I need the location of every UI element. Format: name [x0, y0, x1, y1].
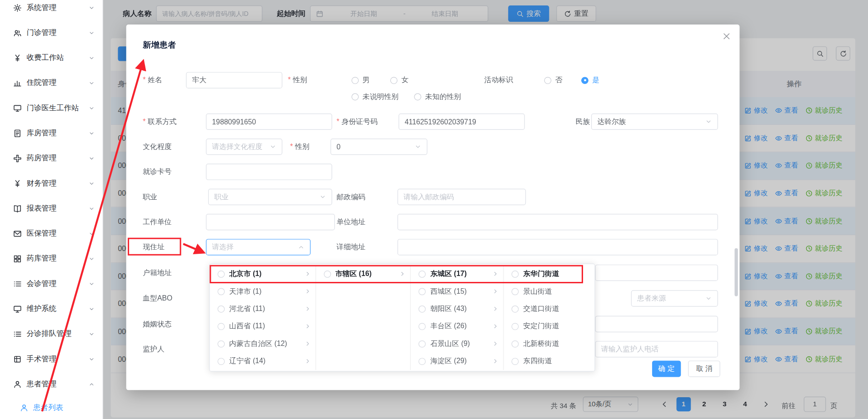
- cascader-option[interactable]: 辽宁省 (14): [210, 352, 315, 370]
- postcode-input[interactable]: 请输入邮政编码: [398, 189, 526, 205]
- cascader-option[interactable]: 丰台区 (26): [411, 317, 503, 335]
- cascader-option[interactable]: 交道口街道: [504, 300, 595, 317]
- gear-icon: [13, 4, 21, 12]
- job-label: 职业: [143, 189, 157, 205]
- chevron-down-icon: [414, 143, 421, 150]
- cascader-option[interactable]: 海淀区 (29): [411, 352, 503, 370]
- radio-icon: [218, 288, 225, 295]
- cascader-option[interactable]: 东华门街道: [504, 265, 595, 282]
- chevron-down-icon: [89, 30, 95, 35]
- radio-checked-icon: [581, 77, 589, 84]
- current-addr-cascader-select[interactable]: 请选择: [206, 239, 310, 255]
- cascader-column-1: 北京市 (1)天津市 (1)河北省 (11)山西省 (11)内蒙古自治区 (12…: [210, 265, 316, 370]
- document-icon: [13, 129, 21, 137]
- chevron-down-icon: [705, 295, 712, 301]
- sidebar: 系统管理门诊管理收费工作站住院管理门诊医生工作站库房管理药房管理财务管理报表管理…: [0, 0, 103, 419]
- radio-icon: [218, 358, 225, 365]
- contact-input[interactable]: 19880991650: [206, 113, 332, 130]
- cascader-option[interactable]: 西城区 (15): [411, 283, 503, 300]
- radio-active-yes[interactable]: 是: [581, 72, 599, 89]
- sidebar-item-0[interactable]: 系统管理: [0, 0, 102, 20]
- cascader-column-2: 市辖区 (16): [316, 265, 411, 370]
- name-input[interactable]: 牢大: [186, 72, 282, 89]
- sidebar-item-8[interactable]: 报表管理: [0, 196, 102, 221]
- radio-icon: [512, 305, 519, 312]
- job-select[interactable]: 职业: [208, 189, 332, 205]
- cascader-option[interactable]: 山西省 (11): [210, 317, 315, 335]
- sidebar-item-3[interactable]: 住院管理: [0, 70, 102, 95]
- radio-icon: [414, 93, 421, 100]
- cascader-option[interactable]: 市辖区 (16): [316, 265, 410, 282]
- cascader-option[interactable]: 天津市 (1): [210, 283, 315, 300]
- sidebar-item-1[interactable]: 门诊管理: [0, 20, 102, 45]
- users-icon: [13, 29, 21, 37]
- cascader-option[interactable]: 河北省 (11): [210, 300, 315, 317]
- employer-input[interactable]: [206, 214, 335, 230]
- sidebar-item-4[interactable]: 门诊医生工作站: [0, 95, 102, 120]
- sidebar-menu: 系统管理门诊管理收费工作站住院管理门诊医生工作站库房管理药房管理财务管理报表管理…: [0, 0, 102, 397]
- yen-icon: [13, 179, 21, 187]
- ethnic-select[interactable]: 达斡尔族: [591, 113, 718, 130]
- radio-gender-unknown[interactable]: 未知的性别: [414, 89, 461, 105]
- sidebar-item-15[interactable]: 患者管理: [0, 371, 102, 396]
- chevron-right-icon: [304, 323, 311, 329]
- sidebar-item-2[interactable]: 收费工作站: [0, 45, 102, 70]
- radio-icon: [419, 340, 426, 347]
- active-flag-label: 活动标识: [484, 72, 513, 89]
- sidebar-item-5[interactable]: 库房管理: [0, 121, 102, 146]
- cascader-column-3: 东城区 (17)西城区 (15)朝阳区 (43)丰台区 (26)石景山区 (9)…: [411, 265, 504, 370]
- radio-icon: [419, 305, 426, 312]
- cascader-option[interactable]: 北新桥街道: [504, 335, 595, 352]
- chart-icon: [13, 79, 21, 87]
- sidebar-item-14[interactable]: 手术管理: [0, 346, 102, 371]
- gender2-select[interactable]: 0: [330, 138, 427, 155]
- modal-scrollbar[interactable]: [734, 248, 738, 296]
- chevron-up-icon: [89, 381, 95, 387]
- sidebar-item-7[interactable]: 财务管理: [0, 171, 102, 196]
- radio-icon: [512, 271, 519, 278]
- cascader-option[interactable]: 内蒙古自治区 (12): [210, 335, 315, 352]
- confirm-button[interactable]: 确 定: [652, 360, 681, 377]
- registered-addr-right-input[interactable]: [595, 265, 718, 281]
- radio-icon: [512, 288, 519, 295]
- guardian-phone-input[interactable]: 请输入监护人电话: [595, 341, 718, 357]
- list-icon: [13, 280, 21, 288]
- box-icon: [13, 355, 21, 363]
- cascader-option[interactable]: 北京市 (1): [210, 265, 315, 282]
- sidebar-item-12[interactable]: 维护系统: [0, 296, 102, 321]
- marital-right-input[interactable]: [595, 316, 718, 332]
- idcard-input[interactable]: 411625192602039719: [399, 113, 525, 130]
- book-icon: [13, 204, 21, 212]
- radio-icon: [218, 305, 225, 312]
- radio-icon: [419, 288, 426, 295]
- patient-source-select[interactable]: 患者来源: [631, 290, 718, 306]
- cascader-option[interactable]: 安定门街道: [504, 317, 595, 335]
- education-select[interactable]: 请选择文化程度: [206, 138, 282, 155]
- cascader-option[interactable]: 朝阳区 (43): [411, 300, 503, 317]
- radio-icon: [419, 358, 426, 365]
- chevron-right-icon: [304, 340, 311, 347]
- radio-active-no[interactable]: 否: [544, 72, 562, 89]
- sidebar-item-10[interactable]: 药库管理: [0, 246, 102, 271]
- sidebar-item-patient-list[interactable]: 患者列表: [0, 397, 102, 419]
- radio-male[interactable]: 男: [351, 72, 369, 89]
- cascader-option[interactable]: 石景山区 (9): [411, 335, 503, 352]
- detail-addr-input[interactable]: [398, 239, 718, 255]
- sidebar-item-6[interactable]: 药房管理: [0, 146, 102, 171]
- visit-card-input[interactable]: [206, 164, 332, 180]
- sidebar-item-13[interactable]: 分诊排队管理: [0, 321, 102, 346]
- radio-icon: [544, 77, 551, 84]
- cascader-option[interactable]: 景山街道: [504, 283, 595, 300]
- sidebar-item-9[interactable]: 医保管理: [0, 221, 102, 246]
- radio-female[interactable]: 女: [390, 72, 409, 89]
- radio-gender-unstated[interactable]: 未说明性别: [351, 89, 399, 105]
- chevron-down-icon: [89, 231, 95, 237]
- cancel-button[interactable]: 取 消: [688, 360, 720, 377]
- employer-addr-input[interactable]: [398, 214, 718, 230]
- modal-title: 新增患者: [143, 40, 176, 50]
- cascader-option[interactable]: 东城区 (17): [411, 265, 503, 282]
- cascader-option[interactable]: 东四街道: [504, 352, 595, 370]
- close-icon[interactable]: [723, 32, 731, 40]
- medical-icon: [13, 154, 21, 163]
- sidebar-item-11[interactable]: 会诊管理: [0, 271, 102, 296]
